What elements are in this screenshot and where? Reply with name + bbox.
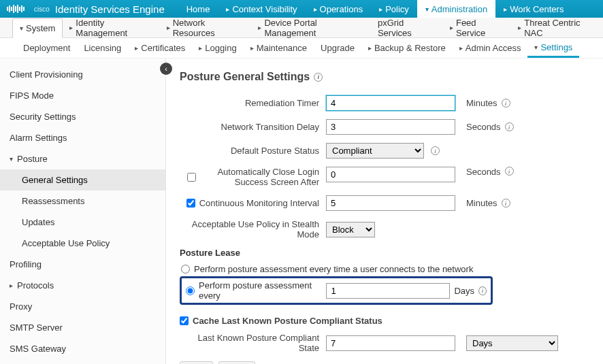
info-icon[interactable]: i xyxy=(431,146,440,155)
auto-close-unit: Seconds xyxy=(466,167,501,177)
secnav-threat[interactable]: ▸Threat Centric NAC xyxy=(511,18,603,37)
nav-context-visibility[interactable]: ▸Context Visibility xyxy=(218,0,305,18)
ternav-deployment[interactable]: Deployment xyxy=(16,38,77,58)
info-icon[interactable]: i xyxy=(502,99,510,107)
caret-right-icon: ▸ xyxy=(199,44,202,52)
button-row: Save Reset xyxy=(180,361,589,364)
nav-label: Context Visibility xyxy=(232,4,297,14)
ternav-settings[interactable]: ▾Settings xyxy=(527,38,579,58)
sidebar-item-smtp[interactable]: SMTP Server xyxy=(0,317,165,338)
nav-label: Policy xyxy=(385,4,409,14)
reset-button[interactable]: Reset xyxy=(218,361,255,364)
remediation-timer-input[interactable] xyxy=(326,95,455,111)
stealth-select[interactable]: Block xyxy=(326,222,375,237)
caret-right-icon: ▸ xyxy=(69,24,73,31)
ternav-certificates[interactable]: ▸Certificates xyxy=(128,38,192,58)
sidebar-item-reassessments[interactable]: Reassessments xyxy=(0,191,165,212)
auto-close-checkbox[interactable] xyxy=(187,173,196,182)
caret-right-icon: ▸ xyxy=(10,282,13,289)
ternav-label: Backup & Restore xyxy=(374,43,446,53)
sidebar-item-general-settings[interactable]: General Settings xyxy=(0,169,165,191)
caret-right-icon: ▸ xyxy=(459,44,463,52)
info-icon[interactable]: i xyxy=(314,73,323,82)
secnav-network[interactable]: ▸Network Resources xyxy=(160,18,252,37)
secnav-portal[interactable]: ▸Device Portal Management xyxy=(251,18,370,37)
brand-logo xyxy=(0,5,34,13)
auto-close-input[interactable] xyxy=(326,167,455,182)
sidebar-item-sms[interactable]: SMS Gateway xyxy=(0,338,165,359)
cisco-logo-icon xyxy=(7,5,25,13)
lease-interval-unit: Days xyxy=(454,286,474,296)
secnav-identity[interactable]: ▸Identity Management xyxy=(63,18,159,37)
chevron-left-icon: ‹ xyxy=(165,65,167,73)
save-button[interactable]: Save xyxy=(180,361,213,364)
secnav-label: Feed Service xyxy=(456,18,504,38)
info-icon[interactable]: i xyxy=(478,286,487,295)
ternav-logging[interactable]: ▸Logging xyxy=(192,38,243,58)
nav-home[interactable]: Home xyxy=(178,0,218,18)
ternav-label: Admin Access xyxy=(466,43,521,53)
remediation-timer-label: Remediation Timer xyxy=(180,98,326,108)
row-continuous: Continuous Monitoring Interval Minutes i xyxy=(180,195,589,211)
caret-down-icon: ▾ xyxy=(534,44,538,51)
sidebar-item-alarm[interactable]: Alarm Settings xyxy=(0,127,165,148)
secnav-feed[interactable]: ▸Feed Service xyxy=(443,18,511,37)
sidebar: ‹ Client Provisioning FIPS Mode Security… xyxy=(0,59,166,364)
sidebar-item-aup[interactable]: Acceptable Use Policy xyxy=(0,233,165,254)
sidebar-item-security[interactable]: Security Settings xyxy=(0,106,165,127)
secnav-label: Identity Management xyxy=(76,18,152,38)
caret-right-icon: ▸ xyxy=(518,24,521,31)
ternav-backup[interactable]: ▸Backup & Restore xyxy=(361,38,453,58)
nav-work-centers[interactable]: ▸Work Centers xyxy=(495,0,572,18)
nav-label: Work Centers xyxy=(510,4,564,14)
nav-policy[interactable]: ▸Policy xyxy=(371,0,417,18)
sidebar-item-proxy[interactable]: Proxy xyxy=(0,296,165,317)
remediation-timer-unit: Minutes xyxy=(466,98,498,108)
continuous-checkbox[interactable] xyxy=(186,199,195,208)
secnav-system[interactable]: ▾System xyxy=(12,18,63,38)
content-panel: Posture General Settings i Remediation T… xyxy=(166,59,603,364)
caret-right-icon: ▸ xyxy=(314,5,317,13)
top-nav: Home ▸Context Visibility ▸Operations ▸Po… xyxy=(178,0,572,18)
continuous-input[interactable] xyxy=(326,195,455,211)
lease-interval-input[interactable] xyxy=(326,283,450,299)
page-title: Posture General Settings i xyxy=(180,71,589,83)
info-icon[interactable]: i xyxy=(505,122,514,131)
nav-operations[interactable]: ▸Operations xyxy=(306,0,372,18)
sidebar-item-profiling[interactable]: Profiling xyxy=(0,254,165,275)
tertiary-nav: Deployment Licensing ▸Certificates ▸Logg… xyxy=(0,38,603,59)
secnav-label: Threat Centric NAC xyxy=(524,18,596,38)
sidebar-section-posture[interactable]: ▾Posture xyxy=(0,148,165,169)
ternav-upgrade[interactable]: Upgrade xyxy=(314,38,361,58)
auto-close-label: Automatically Close Login Success Screen… xyxy=(200,167,319,187)
caret-down-icon: ▾ xyxy=(425,5,429,13)
lease-radio-every-connect[interactable] xyxy=(181,265,190,274)
cache-checkbox[interactable] xyxy=(180,316,189,325)
ternav-admin-access[interactable]: ▸Admin Access xyxy=(453,38,528,58)
app-name: Identity Services Engine xyxy=(55,3,165,15)
sidebar-section-label: Protocols xyxy=(17,280,54,291)
sidebar-section-label: Posture xyxy=(17,154,48,164)
lease-option-label: Perform posture assessment every xyxy=(199,280,322,301)
sidebar-item-fips[interactable]: FIPS Mode xyxy=(0,85,165,106)
secnav-label: Network Resources xyxy=(173,18,245,38)
secnav-pxgrid[interactable]: pxGrid Services xyxy=(371,18,443,37)
nav-administration[interactable]: ▾Administration xyxy=(417,0,495,18)
ternav-licensing[interactable]: Licensing xyxy=(77,38,128,58)
cache-state-input[interactable] xyxy=(326,335,455,351)
default-posture-label: Default Posture Status xyxy=(180,146,326,156)
info-icon[interactable]: i xyxy=(505,167,514,176)
sidebar-item-client-provisioning[interactable]: Client Provisioning xyxy=(0,64,165,85)
ternav-maintenance[interactable]: ▸Maintenance xyxy=(244,38,314,58)
collapse-sidebar-button[interactable]: ‹ xyxy=(160,63,172,75)
cache-state-unit-select[interactable]: Days xyxy=(466,335,558,351)
info-icon[interactable]: i xyxy=(502,199,510,208)
lease-radio-every-n[interactable] xyxy=(186,286,195,295)
sidebar-section-protocols[interactable]: ▸Protocols xyxy=(0,275,165,296)
row-stealth: Acceptable Use Policy in Stealth Mode Bl… xyxy=(180,219,589,239)
lease-option-every-connect[interactable]: Perform posture assessment every time a … xyxy=(180,262,589,276)
network-transition-input[interactable] xyxy=(326,119,455,135)
default-posture-select[interactable]: Compliant xyxy=(326,143,424,159)
network-transition-unit: Seconds xyxy=(466,122,501,132)
sidebar-item-updates[interactable]: Updates xyxy=(0,212,165,233)
